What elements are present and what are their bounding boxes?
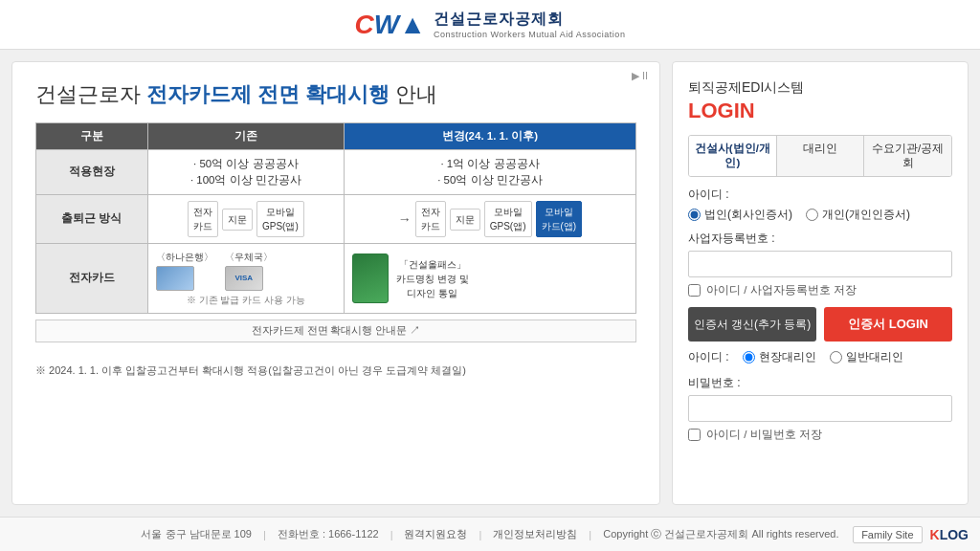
col-header-new: 변경(24. 1. 1. 이후) xyxy=(344,122,635,149)
site-header: CW▲ 건설근로자공제회 Construction Workers Mutual… xyxy=(0,0,980,50)
footer-address: 서울 중구 남대문로 109 xyxy=(141,527,252,541)
new-card-visual xyxy=(352,253,389,303)
table-row-card: 전자카드 〈하나은행〉 〈우체국〉 xyxy=(36,244,636,314)
new-method-finger: 지문 xyxy=(450,209,480,231)
tab-agent[interactable]: 대리인 xyxy=(777,136,865,176)
login-tabs: 건설사(법인/개인) 대리인 수요기관/공제회 xyxy=(688,135,952,177)
cell-old-method: 전자카드 지문 모바일GPS(앱) xyxy=(147,195,344,244)
cert-login-button[interactable]: 인증서 LOGIN xyxy=(824,307,952,342)
id-type-general[interactable]: 일반대리인 xyxy=(830,349,903,365)
slide-controls[interactable]: ▶ II xyxy=(632,70,648,82)
hana-label: 〈하나은행〉 xyxy=(156,250,213,264)
refresh-cert-button[interactable]: 인증서 갱신(추가 등록) xyxy=(688,307,816,342)
save-checkbox-label: 아이디 / 사업자등록번호 저장 xyxy=(706,283,857,298)
banner-title: 건설근로자 전자카드제 전면 확대시행 안내 xyxy=(35,81,636,109)
footer-privacy[interactable]: 개인정보처리방침 xyxy=(493,527,577,541)
footer-sep2: | xyxy=(390,529,393,540)
logo-text: 건설근로자공제회 Construction Workers Mutual Aid… xyxy=(434,10,625,39)
main-area: ▶ II 건설근로자 전자카드제 전면 확대시행 안내 구분 기존 변경(24.… xyxy=(0,50,980,517)
biz-no-input[interactable] xyxy=(688,251,952,277)
col-header-old: 기존 xyxy=(147,122,344,149)
method-box-card: 전자카드 xyxy=(188,201,218,237)
new-method-mobile: 모바일카드(앱) xyxy=(536,201,583,237)
tab-agency[interactable]: 수요기관/공제회 xyxy=(864,136,951,176)
login-panel: 퇴직공제EDI시스템 LOGIN 건설사(법인/개인) 대리인 수요기관/공제회… xyxy=(672,61,969,505)
klog-logo: KLOG xyxy=(930,527,969,542)
new-card-desc: 「건설올패스」카드명칭 변경 및디자인 통일 xyxy=(396,257,469,300)
site-footer: 서울 중구 남대문로 109 | 전화번호 : 1666-1122 | 원격지원… xyxy=(0,517,980,551)
post-label: 〈우체국〉 xyxy=(225,250,273,264)
btn-row: 인증서 갱신(추가 등록) 인증서 LOGIN xyxy=(688,307,952,342)
row-label-card: 전자카드 xyxy=(36,244,148,314)
id-radio-row: 법인(회사인증서) 개인(개인인증서) xyxy=(688,207,952,223)
post-bank-card: 〈우체국〉 xyxy=(225,250,273,291)
footer-phone: 전화번호 : 1666-1122 xyxy=(278,527,379,541)
family-site-button[interactable]: Family Site xyxy=(853,526,922,543)
footer-right: Family Site KLOG xyxy=(853,526,969,543)
cell-new-card: 「건설올패스」카드명칭 변경 및디자인 통일 xyxy=(344,244,635,314)
id-radio-personal[interactable]: 개인(개인인증서) xyxy=(806,207,910,223)
id-radio-corp-input[interactable] xyxy=(688,209,701,221)
logo-sub: Construction Workers Mutual Aid Associat… xyxy=(434,30,625,39)
save-id-pw-label: 아이디 / 비밀번호 저장 xyxy=(706,428,822,442)
login-title: LOGIN xyxy=(688,99,952,123)
arrow-icon: → xyxy=(398,209,412,230)
id-type-label: 아이디 : xyxy=(688,349,729,365)
save-checkbox[interactable] xyxy=(688,284,701,297)
id-type-row: 아이디 : 현장대리인 일반대리인 xyxy=(688,349,952,365)
hana-bank-card: 〈하나은행〉 xyxy=(156,250,213,291)
id-radio-corp-label: 법인(회사인증서) xyxy=(704,207,792,223)
save-id-pw-checkbox[interactable] xyxy=(688,429,701,441)
password-input[interactable] xyxy=(688,395,952,422)
id-type-site[interactable]: 현장대리인 xyxy=(743,349,816,365)
new-methods: → 전자카드 지문 모바일GPS(앱) 모바일카드(앱) xyxy=(352,201,628,237)
new-card-area: 「건설올패스」카드명칭 변경 및디자인 통일 xyxy=(352,253,628,303)
id-type-site-label: 현장대리인 xyxy=(759,349,816,365)
col-header-category: 구분 xyxy=(36,122,148,149)
save-checkbox-row: 아이디 / 사업자등록번호 저장 xyxy=(688,283,952,298)
footer-sep1: | xyxy=(263,529,266,540)
footer-notice: ※ 2024. 1. 1. 이후 입찰공고건부터 확대시행 적용(입찰공고건이 … xyxy=(12,364,659,378)
row-label-method: 출퇴근 방식 xyxy=(36,195,148,244)
save-id-pw-row: 아이디 / 비밀번호 저장 xyxy=(688,428,952,442)
announcement-row[interactable]: 전자카드제 전면 확대시행 안내문 ↗ xyxy=(35,320,636,342)
cell-new-method: → 전자카드 지문 모바일GPS(앱) 모바일카드(앱) xyxy=(344,195,635,244)
cell-old-card: 〈하나은행〉 〈우체국〉 ※ 기존 발급 카드 사용 가능 xyxy=(147,244,344,314)
id-radio-personal-label: 개인(개인인증서) xyxy=(822,207,910,223)
id-type-site-input[interactable] xyxy=(743,351,755,364)
old-cards: 〈하나은행〉 〈우체국〉 xyxy=(156,250,336,291)
cw-icon: CW▲ xyxy=(355,10,426,40)
hana-card-visual xyxy=(156,266,194,291)
biz-no-label: 사업자등록번호 : xyxy=(688,231,952,247)
cell-old-site: · 50억 이상 공공공사· 100억 이상 민간공사 xyxy=(147,149,344,195)
password-label: 비밀번호 : xyxy=(688,375,952,391)
footer-support[interactable]: 원격지원요청 xyxy=(404,527,467,541)
announcement-text: 전자카드제 전면 확대시행 안내문 ↗ xyxy=(252,324,421,336)
id-label: 아이디 : xyxy=(688,187,952,203)
method-box-finger: 지문 xyxy=(222,209,253,231)
info-table: 구분 기존 변경(24. 1. 1. 이후) 적용현장 · 50억 이상 공공공… xyxy=(35,122,636,315)
table-row: 적용현장 · 50억 이상 공공공사· 100억 이상 민간공사 · 1억 이상… xyxy=(36,149,636,195)
footer-copyright: Copyright ⓒ 건설근로자공제회 All rights reserved… xyxy=(603,527,838,541)
new-method-card: 전자카드 xyxy=(415,201,446,237)
old-methods: 전자카드 지문 모바일GPS(앱) xyxy=(156,201,336,237)
method-box-gps: 모바일GPS(앱) xyxy=(256,201,304,237)
id-type-general-input[interactable] xyxy=(830,351,842,364)
card-note: ※ 기존 발급 카드 사용 가능 xyxy=(156,293,336,307)
row-label-site: 적용현장 xyxy=(36,149,148,195)
footer-sep3: | xyxy=(479,529,481,540)
id-type-general-label: 일반대리인 xyxy=(846,349,903,365)
new-method-gps: 모바일GPS(앱) xyxy=(484,201,532,237)
logo-area: CW▲ 건설근로자공제회 Construction Workers Mutual… xyxy=(355,10,626,40)
logo-main: 건설근로자공제회 xyxy=(434,10,625,30)
id-radio-corp[interactable]: 법인(회사인증서) xyxy=(688,207,792,223)
table-row-method: 출퇴근 방식 전자카드 지문 모바일GPS(앱) → 전자카드 xyxy=(36,195,636,244)
footer-sep4: | xyxy=(589,529,591,540)
banner-content: 건설근로자 전자카드제 전면 확대시행 안내 구분 기존 변경(24. 1. 1… xyxy=(12,62,659,356)
tab-construction[interactable]: 건설사(법인/개인) xyxy=(689,136,777,176)
banner-panel: ▶ II 건설근로자 전자카드제 전면 확대시행 안내 구분 기존 변경(24.… xyxy=(11,61,660,505)
system-title: 퇴직공제EDI시스템 xyxy=(688,79,952,97)
id-radio-personal-input[interactable] xyxy=(806,209,818,221)
cell-new-site: · 1억 이상 공공공사· 50억 이상 민간공사 xyxy=(344,149,635,195)
post-card-visual xyxy=(225,266,263,291)
